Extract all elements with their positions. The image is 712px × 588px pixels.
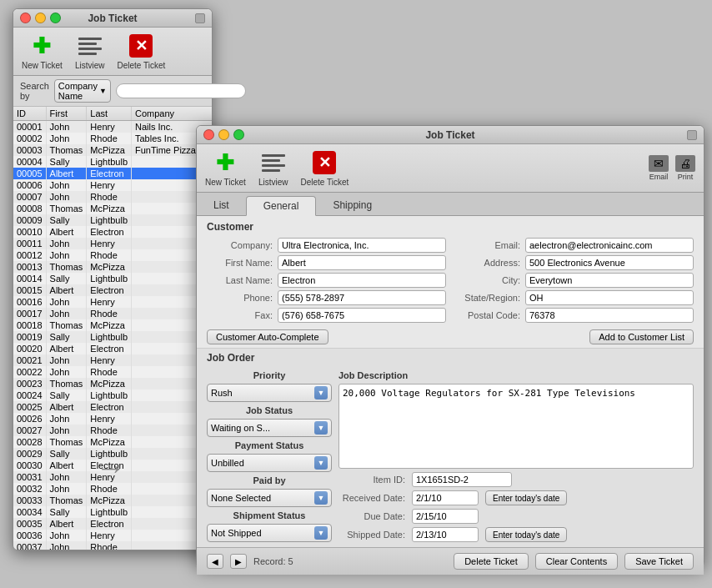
clear-contents-button[interactable]: Clear Contents: [535, 553, 618, 570]
job-desc-textarea[interactable]: 20,000 Voltage Regulators for SX-281 Typ…: [338, 384, 694, 469]
search-dropdown[interactable]: Company Name ▼: [54, 79, 111, 103]
cell-id: 00007: [13, 191, 46, 203]
table-row[interactable]: 00033ThomasMcPizza: [13, 495, 212, 506]
cell-id: 00015: [13, 284, 46, 296]
fax-input[interactable]: [278, 308, 446, 323]
minimize-button[interactable]: [35, 13, 46, 23]
cell-last: McPizza: [87, 261, 132, 273]
table-row[interactable]: 00011JohnHenry: [13, 238, 212, 249]
close-button-2[interactable]: [203, 129, 214, 140]
window2-resize[interactable]: [687, 130, 697, 140]
item-id-input[interactable]: [412, 472, 512, 487]
table-row[interactable]: 00008ThomasMcPizza: [13, 203, 212, 214]
table-row[interactable]: 00025AlbertElectron: [13, 401, 212, 413]
table-row[interactable]: 00006JohnHenry: [13, 179, 212, 191]
lastname-row: Last Name:: [207, 273, 446, 288]
listview-label-2: Listview: [258, 178, 288, 187]
save-ticket-button[interactable]: Save Ticket: [624, 553, 694, 570]
due-date-input[interactable]: [412, 509, 479, 524]
table-row[interactable]: 00003ThomasMcPizzaFunTime Pizza, Inc5/15…: [13, 144, 212, 156]
listview-button-2[interactable]: Listview: [258, 149, 288, 187]
postal-input[interactable]: [525, 308, 694, 323]
table-row[interactable]: 00017JohnRhode: [13, 308, 212, 319]
delete-ticket-icon: ✕: [128, 33, 154, 59]
paid-by-dropdown[interactable]: None Selected ▼: [207, 489, 332, 507]
window1-titlebar: Job Ticket: [13, 9, 212, 28]
window1-resize[interactable]: [195, 13, 205, 23]
table-row[interactable]: 00034SallyLightbulb: [13, 506, 212, 518]
col-first: First: [46, 107, 87, 121]
table-row[interactable]: 00026JohnHenry: [13, 413, 212, 425]
table-row[interactable]: 00019SallyLightbulb: [13, 331, 212, 343]
nav-prev-button[interactable]: ◀: [207, 554, 223, 569]
table-row[interactable]: 00023ThomasMcPizza: [13, 378, 212, 389]
delete-ticket-bottom-button[interactable]: Delete Ticket: [454, 553, 529, 570]
zoom-button[interactable]: [50, 13, 61, 23]
priority-dropdown[interactable]: Rush ▼: [207, 384, 332, 402]
table-row[interactable]: 00027JohnRhode: [13, 425, 212, 436]
table-row[interactable]: 00018ThomasMcPizza: [13, 319, 212, 331]
minimize-button-2[interactable]: [218, 129, 229, 140]
city-input[interactable]: [525, 273, 694, 288]
listview-button[interactable]: Listview: [75, 33, 105, 70]
table-row[interactable]: 00012JohnRhode: [13, 249, 212, 261]
phone-input[interactable]: [278, 290, 446, 305]
table-row[interactable]: 00002JohnRhodeTables Inc.10/26/0911/15/0…: [13, 133, 212, 144]
cell-id: 00028: [13, 436, 46, 448]
listview-label: Listview: [75, 61, 105, 70]
tab-list[interactable]: List: [197, 196, 246, 215]
table-row[interactable]: 00004SallyLightbulb: [13, 156, 212, 168]
shipment-status-label: Shipment Status: [207, 510, 332, 520]
table-row[interactable]: 00014SallyLightbulb: [13, 273, 212, 284]
search-input[interactable]: [116, 83, 246, 98]
table-row[interactable]: 00036JohnHenry: [13, 530, 212, 541]
table-row[interactable]: 00013ThomasMcPizza: [13, 261, 212, 273]
firstname-input[interactable]: [278, 255, 446, 270]
table-row[interactable]: 00010AlbertElectron: [13, 226, 212, 238]
table-row[interactable]: 00005AlbertElectron: [13, 168, 212, 179]
received-date-input[interactable]: [412, 490, 479, 505]
new-ticket-button[interactable]: ✚ New Ticket: [22, 33, 63, 70]
table-row[interactable]: 00021JohnHenry: [13, 354, 212, 366]
job-status-dropdown[interactable]: Waiting on S... ▼: [207, 419, 332, 437]
table-row[interactable]: 00028ThomasMcPizza: [13, 436, 212, 448]
print-button[interactable]: 🖨 Print: [675, 155, 695, 181]
zoom-button-2[interactable]: [233, 129, 244, 140]
email-input[interactable]: [525, 238, 694, 253]
tab-general[interactable]: General: [246, 196, 317, 216]
table-row[interactable]: 00001JohnHenryNails Inc.7/26/095/15/028/…: [13, 121, 212, 133]
email-button[interactable]: ✉ Email: [649, 155, 669, 181]
col-id: ID: [13, 107, 46, 121]
auto-complete-button[interactable]: Customer Auto-Complete: [207, 329, 328, 344]
table-row[interactable]: 00009SallyLightbulb: [13, 214, 212, 226]
table-row[interactable]: 00024SallyLightbulb: [13, 389, 212, 401]
table-row[interactable]: 00035AlbertElectron: [13, 518, 212, 530]
address-input[interactable]: [525, 255, 694, 270]
add-to-list-button[interactable]: Add to Customer List: [589, 329, 694, 344]
new-ticket-button-2[interactable]: ✚ New Ticket: [205, 149, 246, 187]
cell-id: 00029: [13, 448, 46, 460]
nav-next-button[interactable]: ▶: [230, 554, 247, 569]
shipped-date-input[interactable]: [412, 527, 479, 542]
cell-first: Sally: [46, 331, 87, 343]
received-today-button[interactable]: Enter today's date: [485, 490, 567, 505]
table-row[interactable]: 00037JohnRhode: [13, 541, 212, 550]
delete-ticket-button[interactable]: ✕ Delete Ticket: [117, 33, 165, 70]
state-input[interactable]: [525, 290, 694, 305]
cell-id: 00027: [13, 425, 46, 436]
table-row[interactable]: 00022JohnRhode: [13, 366, 212, 378]
table-row[interactable]: 00020AlbertElectron: [13, 343, 212, 354]
close-button[interactable]: [20, 13, 31, 23]
payment-status-dropdown[interactable]: Unbilled ▼: [207, 454, 332, 472]
delete-ticket-button-2[interactable]: ✕ Delete Ticket: [300, 149, 348, 187]
lastname-input[interactable]: [278, 273, 446, 288]
cell-id: 00011: [13, 238, 46, 249]
company-input[interactable]: [278, 238, 446, 253]
table-row[interactable]: 00007JohnRhode: [13, 191, 212, 203]
table-row[interactable]: 00015AlbertElectron: [13, 284, 212, 296]
window2-traffic-lights: [203, 129, 244, 140]
shipped-today-button[interactable]: Enter today's date: [485, 527, 567, 542]
shipment-status-dropdown[interactable]: Not Shipped ▼: [207, 524, 332, 542]
tab-shipping[interactable]: Shipping: [316, 196, 389, 215]
table-row[interactable]: 00016JohnHenry: [13, 296, 212, 308]
